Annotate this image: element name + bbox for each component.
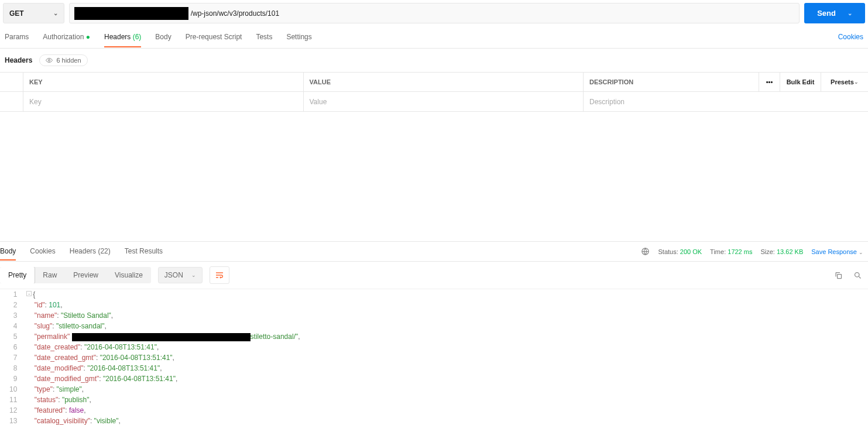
presets-button[interactable]: Presets ⌄ [821, 73, 868, 91]
url-input[interactable] [188, 7, 800, 20]
send-button[interactable]: Send ⌄ [804, 3, 865, 23]
headers-table: KEY VALUE DESCRIPTION ••• Bulk Edit Pres… [0, 72, 868, 112]
more-options-button[interactable]: ••• [759, 73, 780, 91]
headers-subheader: Headers 6 hidden [0, 49, 868, 72]
method-label: GET [9, 9, 24, 18]
tab-headers-label: Headers [104, 33, 131, 41]
headers-label: Headers [5, 56, 32, 64]
tab-tests[interactable]: Tests [256, 33, 272, 47]
tab-settings[interactable]: Settings [286, 33, 311, 47]
tab-auth-label: Authorization [43, 33, 84, 41]
col-value: VALUE [304, 73, 584, 91]
url-field[interactable] [69, 3, 800, 23]
col-key: KEY [23, 73, 304, 91]
hidden-count: 6 hidden [56, 57, 81, 64]
col-description: DESCRIPTION [584, 73, 759, 91]
send-label: Send [817, 9, 836, 18]
eye-icon [46, 57, 53, 64]
auth-active-dot: ● [86, 33, 90, 41]
tab-params[interactable]: Params [5, 33, 29, 47]
tab-body[interactable]: Body [155, 33, 171, 47]
method-selector[interactable]: GET ⌄ [3, 3, 64, 23]
tab-authorization[interactable]: Authorization ● [43, 33, 90, 47]
value-input[interactable] [310, 98, 578, 106]
svg-point-0 [49, 60, 50, 61]
headers-count: (6) [133, 33, 142, 41]
key-input[interactable] [29, 98, 297, 106]
request-bar: GET ⌄ Send ⌄ [0, 0, 868, 26]
hidden-headers-toggle[interactable]: 6 hidden [39, 54, 87, 66]
redacted-host [74, 7, 188, 20]
tab-prerequest[interactable]: Pre-request Script [186, 33, 242, 47]
bulk-edit-button[interactable]: Bulk Edit [780, 73, 821, 91]
chevron-down-icon: ⌄ [53, 10, 58, 16]
table-header: KEY VALUE DESCRIPTION ••• Bulk Edit Pres… [0, 73, 868, 92]
tab-headers[interactable]: Headers (6) [104, 33, 141, 47]
chevron-down-icon: ⌄ [854, 79, 859, 85]
chevron-down-icon: ⌄ [848, 10, 852, 16]
cookies-link[interactable]: Cookies [838, 33, 863, 47]
request-tabs: Params Authorization ● Headers (6) Body … [0, 26, 868, 49]
presets-label: Presets [831, 78, 854, 85]
table-row [0, 92, 868, 111]
description-input[interactable] [589, 98, 862, 106]
